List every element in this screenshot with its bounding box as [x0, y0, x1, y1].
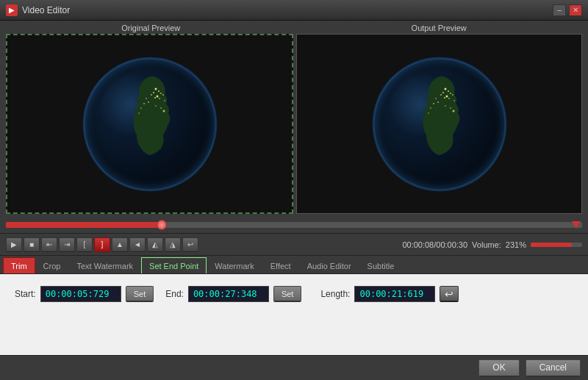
title-bar: ▶ Video Editor – ✕: [0, 0, 588, 21]
tab-effect[interactable]: Effect: [262, 257, 299, 273]
volume-percent: 231%: [506, 240, 526, 249]
length-input: [354, 286, 435, 302]
minimize-button[interactable]: –: [553, 4, 566, 16]
volume-fill: [531, 243, 572, 247]
close-button[interactable]: ✕: [569, 4, 582, 16]
globe-svg-output: [366, 51, 513, 198]
set-end-button[interactable]: ]: [94, 237, 110, 252]
end-field-group: End: Set: [165, 286, 301, 302]
next-frame-button[interactable]: ⇥: [59, 237, 75, 252]
stop-button[interactable]: ■: [24, 237, 40, 252]
set-start-button[interactable]: Set: [126, 286, 154, 302]
trim-start-button[interactable]: ▲: [112, 237, 128, 252]
tab-audio-editor[interactable]: Audio Editor: [299, 257, 359, 273]
volume-area: 00:00:08/00:00:30 Volume: 231%: [402, 240, 582, 249]
start-label: Start:: [15, 289, 36, 299]
volume-track[interactable]: [531, 243, 582, 247]
timeline-end-marker: [572, 221, 581, 229]
tab-text-watermark[interactable]: Text Watermark: [68, 257, 141, 273]
prev-frame-button[interactable]: ⇤: [41, 237, 57, 252]
end-input[interactable]: [188, 286, 269, 302]
preview-area: Original Preview Output Preview: [0, 21, 588, 217]
time-display: 00:00:08/00:00:30: [402, 240, 467, 249]
title-bar-left: ▶ Video Editor: [6, 4, 70, 16]
preview-panels: [6, 34, 582, 214]
output-globe: [297, 35, 581, 213]
set-end-button[interactable]: Set: [273, 286, 302, 302]
tab-trim[interactable]: Trim: [3, 257, 35, 273]
volume-label: Volume:: [472, 240, 501, 249]
app-icon: ▶: [6, 4, 18, 16]
title-text: Video Editor: [22, 5, 70, 15]
bottom-bar: OK Cancel: [0, 355, 588, 380]
start-field-group: Start: Set: [15, 286, 154, 302]
start-input[interactable]: [40, 286, 121, 302]
transport-controls: ▶ ■ ⇤ ⇥ [ ] ▲ ◄ ◭ ◮ ↩: [6, 237, 198, 252]
trim-controls: Start: Set End: Set Length: ↩: [15, 286, 573, 302]
timeline-handle[interactable]: [157, 220, 167, 230]
play-reverse-button[interactable]: ◄: [129, 237, 146, 252]
play-button[interactable]: ▶: [6, 237, 22, 252]
timeline-fill: [6, 222, 162, 228]
fade-in-button[interactable]: ◭: [147, 237, 163, 252]
output-preview-panel: [296, 34, 582, 214]
timeline-area[interactable]: [0, 217, 588, 233]
controls-bar: ▶ ■ ⇤ ⇥ [ ] ▲ ◄ ◭ ◮ ↩ 00:00:08/00:00:30 …: [0, 233, 588, 255]
original-globe: [7, 35, 292, 212]
tab-crop[interactable]: Crop: [35, 257, 69, 273]
timeline-track[interactable]: [6, 222, 582, 228]
set-start-button[interactable]: [: [76, 237, 93, 252]
main-content: Original Preview Output Preview: [0, 21, 588, 380]
cancel-button[interactable]: Cancel: [526, 359, 581, 377]
length-field-group: Length: ↩: [313, 286, 459, 302]
tabs-bar: Trim Crop Text Watermark Set End Point W…: [0, 255, 588, 274]
tab-watermark[interactable]: Watermark: [207, 257, 262, 273]
undo-button[interactable]: ↩: [182, 237, 198, 252]
output-preview-label: Output Preview: [412, 24, 467, 32]
tab-subtitle[interactable]: Subtitle: [359, 257, 403, 273]
preview-labels: Original Preview Output Preview: [6, 24, 582, 32]
fade-out-button[interactable]: ◮: [165, 237, 181, 252]
length-label: Length:: [320, 289, 350, 299]
original-preview-label: Original Preview: [121, 24, 180, 32]
title-bar-right: – ✕: [553, 4, 582, 16]
globe-svg-original: [76, 51, 223, 198]
reset-button[interactable]: ↩: [440, 286, 459, 302]
original-preview-panel: [6, 34, 293, 214]
tab-set-end-point[interactable]: Set End Point: [141, 257, 207, 273]
end-label: End:: [165, 289, 184, 299]
ok-button[interactable]: OK: [478, 359, 519, 377]
